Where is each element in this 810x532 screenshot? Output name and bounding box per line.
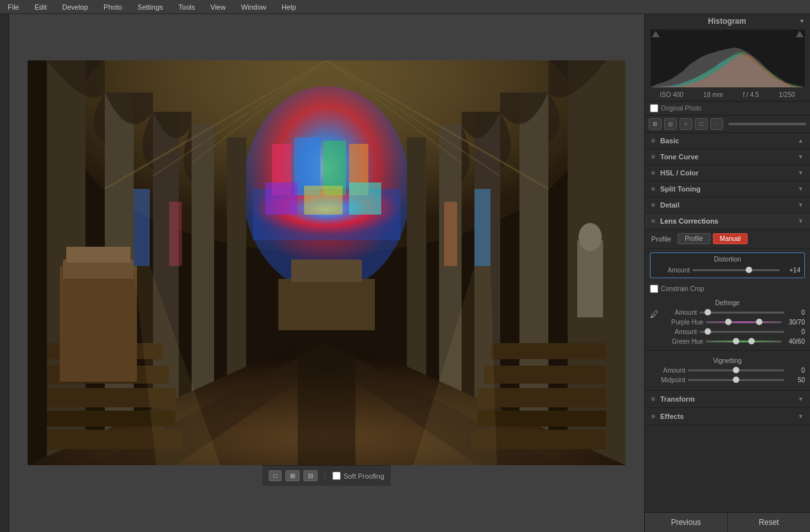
svg-rect-46 bbox=[169, 202, 182, 266]
tool-icons-row: ⊞ ◎ ○ □ · bbox=[645, 116, 810, 133]
transform-section-row[interactable]: Transform ▼ bbox=[645, 391, 810, 408]
soft-proofing-toggle[interactable]: Soft Proofing bbox=[332, 472, 384, 480]
svg-rect-45 bbox=[134, 189, 150, 266]
tool-circle-icon[interactable]: ○ bbox=[680, 118, 692, 130]
basic-section-row[interactable]: Basic ▲ bbox=[645, 133, 810, 149]
defringe-amount1-row: Amount 0 bbox=[662, 308, 805, 317]
svg-rect-37 bbox=[278, 279, 375, 330]
tool-slider[interactable] bbox=[728, 123, 806, 125]
vignetting-section: Vignetting Amount 0 Midpoint 50 bbox=[645, 350, 810, 390]
bottom-buttons: Previous Reset bbox=[645, 512, 810, 532]
distortion-box: Distortion Amount +14 bbox=[650, 253, 805, 278]
vignetting-amount-track[interactable] bbox=[688, 369, 784, 371]
menu-photo[interactable]: Photo bbox=[101, 2, 125, 12]
basic-dot bbox=[651, 139, 655, 143]
original-photo-checkbox[interactable] bbox=[650, 104, 658, 112]
purple-hue-thumb1[interactable] bbox=[725, 319, 732, 325]
menubar: File Edit Develop Photo Settings Tools V… bbox=[0, 0, 810, 14]
histogram-canvas bbox=[651, 30, 805, 87]
vignetting-amount-thumb[interactable] bbox=[733, 367, 739, 373]
detail-title: Detail bbox=[660, 201, 680, 209]
constrain-crop-label: Constrain Crop bbox=[661, 285, 704, 292]
defringe-title: Defringe bbox=[650, 296, 805, 308]
svg-rect-47 bbox=[474, 189, 491, 266]
exif-row: ISO 400 18 mm f / 4.5 1/250 bbox=[645, 89, 810, 102]
distortion-amount-track[interactable] bbox=[692, 269, 780, 271]
menu-file[interactable]: File bbox=[5, 2, 22, 12]
histogram-clip-left[interactable] bbox=[652, 31, 660, 37]
vignetting-midpoint-thumb[interactable] bbox=[733, 377, 739, 383]
lens-header[interactable]: Lens Corrections ▼ bbox=[645, 213, 810, 229]
split-toning-section-row[interactable]: Split Toning ▼ bbox=[645, 181, 810, 197]
purple-hue-track[interactable] bbox=[706, 321, 782, 323]
view-mode-single[interactable]: □ bbox=[269, 470, 282, 481]
previous-button[interactable]: Previous bbox=[645, 513, 728, 532]
defringe-amount1-value: 0 bbox=[787, 309, 805, 316]
green-hue-value: 40/60 bbox=[784, 338, 805, 345]
tool-dot-icon[interactable]: · bbox=[710, 118, 723, 130]
distortion-amount-thumb[interactable] bbox=[746, 267, 752, 273]
tool-rect-icon[interactable]: □ bbox=[695, 118, 708, 130]
tab-profile-label: Profile bbox=[651, 235, 671, 243]
effects-section-row[interactable]: Effects ▼ bbox=[645, 408, 810, 425]
svg-rect-36 bbox=[298, 330, 356, 465]
tone-curve-title: Tone Curve bbox=[660, 153, 699, 161]
constrain-crop-checkbox[interactable] bbox=[650, 285, 658, 293]
vignetting-midpoint-label: Midpoint bbox=[650, 377, 685, 384]
eyedropper-icon[interactable]: 🖊 bbox=[650, 309, 659, 319]
tab-profile-btn[interactable]: Profile bbox=[678, 233, 710, 244]
view-mode-compare[interactable]: ⊞ bbox=[285, 470, 300, 481]
split-toning-dot bbox=[651, 187, 655, 191]
defringe-amount1-thumb[interactable] bbox=[705, 309, 711, 315]
photo-area: □ ⊞ ⊟ | Soft Proofing bbox=[9, 14, 644, 532]
menu-edit[interactable]: Edit bbox=[32, 2, 50, 12]
tone-curve-arrow: ▼ bbox=[798, 154, 804, 160]
green-hue-thumb2[interactable] bbox=[748, 338, 755, 344]
vignetting-midpoint-track[interactable] bbox=[688, 379, 784, 381]
detail-section-row[interactable]: Detail ▼ bbox=[645, 197, 810, 213]
vignetting-midpoint-row: Midpoint 50 bbox=[650, 375, 805, 385]
photo-container bbox=[28, 60, 626, 465]
vignetting-amount-label: Amount bbox=[650, 367, 685, 374]
hsl-title: HSL / Color bbox=[660, 169, 699, 177]
menu-view[interactable]: View bbox=[208, 2, 228, 12]
histogram-svg bbox=[651, 30, 805, 87]
svg-rect-32 bbox=[491, 343, 606, 359]
hsl-arrow: ▼ bbox=[798, 170, 804, 176]
tool-grid-icon[interactable]: ⊞ bbox=[649, 118, 662, 130]
histogram-header[interactable]: Histogram ▼ bbox=[645, 14, 810, 28]
vignetting-amount-value: 0 bbox=[787, 367, 805, 374]
svg-rect-28 bbox=[478, 388, 606, 407]
green-hue-thumb1[interactable] bbox=[733, 338, 739, 344]
tool-target-icon[interactable]: ◎ bbox=[664, 118, 677, 130]
defringe-amount2-track[interactable] bbox=[699, 331, 784, 333]
effects-dot bbox=[651, 414, 655, 418]
defringe-amount2-thumb[interactable] bbox=[705, 328, 711, 335]
distortion-amount-label: Amount bbox=[654, 267, 690, 274]
basic-title: Basic bbox=[660, 137, 679, 145]
defringe-section: Defringe 🖊 Amount 0 bbox=[645, 296, 810, 350]
exif-focal: 18 mm bbox=[703, 91, 723, 98]
distortion-title: Distortion bbox=[654, 256, 800, 263]
hsl-section-row[interactable]: HSL / Color ▼ bbox=[645, 165, 810, 181]
purple-hue-thumb2[interactable] bbox=[756, 319, 762, 325]
menu-help[interactable]: Help bbox=[279, 2, 299, 12]
defringe-amount1-track[interactable] bbox=[699, 312, 784, 314]
vignetting-midpoint-value: 50 bbox=[787, 377, 805, 384]
tab-manual-btn[interactable]: Manual bbox=[713, 233, 748, 244]
histogram-clip-right[interactable] bbox=[796, 31, 804, 37]
reset-button[interactable]: Reset bbox=[728, 513, 810, 532]
split-toning-arrow: ▼ bbox=[798, 186, 804, 192]
soft-proofing-checkbox[interactable] bbox=[332, 472, 341, 480]
green-hue-track[interactable] bbox=[706, 341, 782, 342]
tone-curve-section-row[interactable]: Tone Curve ▼ bbox=[645, 149, 810, 165]
svg-rect-51 bbox=[577, 240, 603, 317]
menu-develop[interactable]: Develop bbox=[60, 2, 91, 12]
menu-window[interactable]: Window bbox=[239, 2, 269, 12]
vignetting-title: Vignetting bbox=[650, 353, 805, 366]
menu-tools[interactable]: Tools bbox=[176, 2, 198, 12]
view-mode-survey[interactable]: ⊟ bbox=[303, 470, 318, 481]
menu-settings[interactable]: Settings bbox=[135, 2, 166, 12]
main-layout: □ ⊞ ⊟ | Soft Proofing Histogram ▼ bbox=[0, 14, 810, 532]
svg-rect-10 bbox=[349, 182, 381, 215]
